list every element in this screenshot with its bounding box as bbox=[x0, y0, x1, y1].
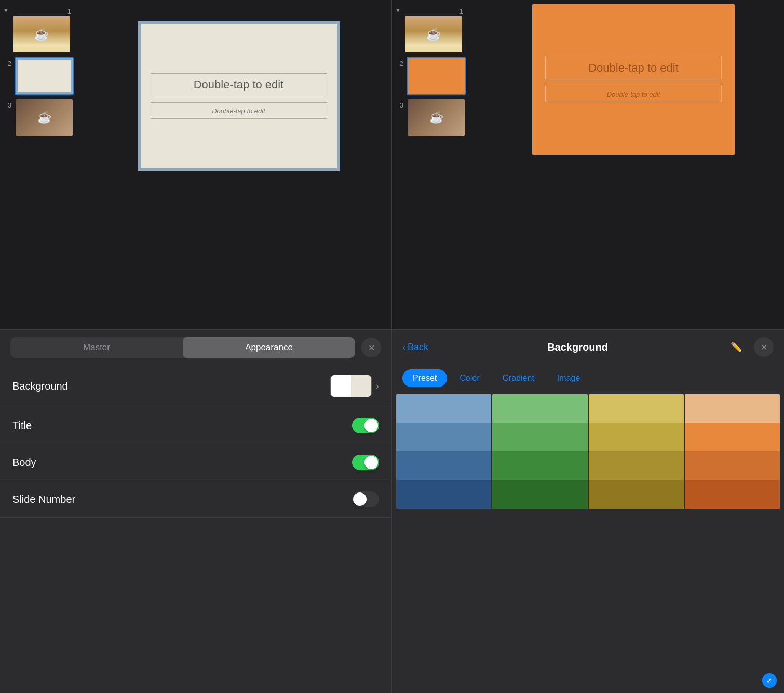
right-thumb-1-arrow: ▼ bbox=[395, 4, 401, 14]
green-seg-1 bbox=[492, 394, 587, 423]
left-panel: ▼ 1 ☕ 2 3 bbox=[0, 0, 392, 693]
right-slide-subtitle-box: Double-tap to edit bbox=[545, 86, 722, 102]
left-close-button[interactable]: ✕ bbox=[361, 338, 381, 357]
body-toggle-label: Body bbox=[12, 457, 352, 469]
body-toggle-row: Body bbox=[0, 444, 391, 481]
yellow-seg-4 bbox=[589, 480, 684, 509]
slide-frame-left[interactable]: Double-tap to edit Double-tap to edit bbox=[138, 21, 340, 171]
right-slide-subtitle-text: Double-tap to edit bbox=[607, 90, 660, 98]
color-cell-yellow[interactable] bbox=[589, 394, 684, 691]
title-toggle-label: Title bbox=[12, 420, 352, 432]
green-seg-3 bbox=[492, 451, 587, 480]
slide-title-text: Double-tap to edit bbox=[194, 78, 284, 91]
eyedropper-icon: ✏️ bbox=[731, 341, 742, 353]
color-tab-button[interactable]: Color bbox=[449, 369, 490, 387]
slide-number-toggle-switch[interactable] bbox=[352, 491, 379, 507]
right-thumb-item-3: 3 ☕ bbox=[395, 98, 480, 137]
slide-thumbnails-right: ▼ 1 ☕ 2 3 bbox=[392, 0, 483, 329]
back-chevron-icon: ‹ bbox=[402, 342, 405, 353]
background-color-swatch[interactable] bbox=[330, 375, 372, 397]
thumb-3-number: 3 bbox=[3, 98, 11, 109]
thumb-1-image[interactable]: ☕ bbox=[12, 15, 71, 54]
preset-tab-button[interactable]: Preset bbox=[402, 369, 447, 387]
orange-seg-3 bbox=[685, 451, 780, 480]
right-thumb-2-number: 2 bbox=[395, 57, 403, 68]
slide-thumbnails-left: ▼ 1 ☕ 2 3 bbox=[0, 0, 91, 329]
right-slide-title-text: Double-tap to edit bbox=[588, 61, 679, 74]
orange-seg-2 bbox=[685, 423, 780, 451]
blue-seg-2 bbox=[396, 423, 491, 451]
slide-subtitle-box: Double-tap to edit bbox=[151, 102, 327, 119]
background-label: Background bbox=[12, 380, 330, 392]
appearance-tab[interactable]: Appearance bbox=[183, 337, 355, 358]
slide-title-box: Double-tap to edit bbox=[151, 73, 327, 96]
right-slide-title-box: Double-tap to edit bbox=[545, 57, 722, 79]
left-panel-content: Background › Title Body bbox=[0, 365, 391, 693]
background-header: ‹ Back Background ✏️ ✕ bbox=[392, 330, 784, 364]
main-container: ▼ 1 ☕ 2 3 bbox=[0, 0, 784, 693]
thumb-1-number: 1 bbox=[12, 4, 71, 15]
thumb-1-canvas: ☕ bbox=[13, 16, 70, 52]
orange-seg-1 bbox=[685, 394, 780, 423]
green-seg-2 bbox=[492, 423, 587, 451]
right-thumb-1-image[interactable]: ☕ bbox=[404, 15, 463, 54]
right-close-button[interactable]: ✕ bbox=[754, 337, 774, 357]
master-tab[interactable]: Master bbox=[10, 337, 183, 358]
body-toggle-switch[interactable] bbox=[352, 455, 379, 470]
color-cell-orange[interactable]: ✓ bbox=[685, 394, 780, 691]
right-close-icon: ✕ bbox=[761, 342, 767, 352]
right-thumb-3-canvas: ☕ bbox=[408, 99, 465, 136]
thumb-2-canvas bbox=[16, 58, 73, 94]
background-row: Background › bbox=[0, 365, 391, 407]
selected-checkmark: ✓ bbox=[762, 673, 777, 688]
color-grid: ✓ bbox=[392, 392, 784, 693]
color-cell-orange-inner bbox=[685, 394, 780, 509]
thumb-item-2: 2 bbox=[3, 57, 88, 95]
bottom-panel-right: ‹ Back Background ✏️ ✕ Preset Color Grad… bbox=[392, 329, 784, 693]
bottom-panel-left: Master Appearance ✕ Background › bbox=[0, 329, 391, 693]
thumb-2-number: 2 bbox=[3, 57, 11, 68]
slide-area-left: ▼ 1 ☕ 2 3 bbox=[0, 0, 391, 329]
main-slide-preview-right: Double-tap to edit Double-tap to edit bbox=[483, 0, 784, 329]
slide-number-toggle-row: Slide Number bbox=[0, 481, 391, 518]
right-thumb-item-1: ▼ 1 ☕ bbox=[395, 4, 480, 54]
main-slide-preview-left: Double-tap to edit Double-tap to edit bbox=[91, 0, 391, 329]
color-cell-green[interactable] bbox=[492, 394, 587, 691]
thumb-1-arrow: ▼ bbox=[3, 4, 9, 14]
title-toggle-switch[interactable] bbox=[352, 418, 379, 433]
thumb-item-3: 3 ☕ bbox=[3, 98, 88, 137]
background-swatch-container[interactable] bbox=[330, 375, 372, 397]
yellow-seg-2 bbox=[589, 423, 684, 451]
thumb-3-canvas: ☕ bbox=[16, 99, 73, 136]
thumb-item-1: ▼ 1 ☕ bbox=[3, 4, 88, 54]
right-thumb-3-number: 3 bbox=[395, 98, 403, 109]
back-button[interactable]: ‹ Back bbox=[402, 342, 428, 353]
right-thumb-1-canvas: ☕ bbox=[405, 16, 462, 52]
tab-segment: Master Appearance bbox=[10, 337, 355, 358]
right-panel: ▼ 1 ☕ 2 3 bbox=[392, 0, 784, 693]
right-thumb-2-canvas bbox=[408, 58, 465, 94]
back-label: Back bbox=[408, 342, 428, 353]
color-cell-yellow-inner bbox=[589, 394, 684, 509]
right-thumb-3-image[interactable]: ☕ bbox=[407, 98, 466, 137]
color-cell-green-inner bbox=[492, 394, 587, 509]
orange-seg-4 bbox=[685, 480, 780, 509]
thumb-2-image[interactable] bbox=[15, 57, 74, 95]
slide-frame-right[interactable]: Double-tap to edit Double-tap to edit bbox=[532, 4, 735, 155]
thumb-3-image[interactable]: ☕ bbox=[15, 98, 74, 137]
color-cell-blue[interactable] bbox=[396, 394, 491, 691]
yellow-seg-1 bbox=[589, 394, 684, 423]
right-thumb-item-2: 2 bbox=[395, 57, 480, 95]
green-seg-4 bbox=[492, 480, 587, 509]
background-chevron-icon[interactable]: › bbox=[376, 381, 379, 392]
slide-number-label: Slide Number bbox=[12, 494, 352, 505]
blue-seg-1 bbox=[396, 394, 491, 423]
image-tab-button[interactable]: Image bbox=[547, 369, 590, 387]
right-thumb-1-number: 1 bbox=[404, 4, 463, 15]
slide-area-right: ▼ 1 ☕ 2 3 bbox=[392, 0, 784, 329]
eyedropper-button[interactable]: ✏️ bbox=[727, 338, 746, 356]
yellow-seg-3 bbox=[589, 451, 684, 480]
gradient-tab-button[interactable]: Gradient bbox=[492, 369, 544, 387]
right-thumb-2-image[interactable] bbox=[407, 57, 466, 95]
tab-bar: Master Appearance ✕ bbox=[0, 330, 391, 365]
